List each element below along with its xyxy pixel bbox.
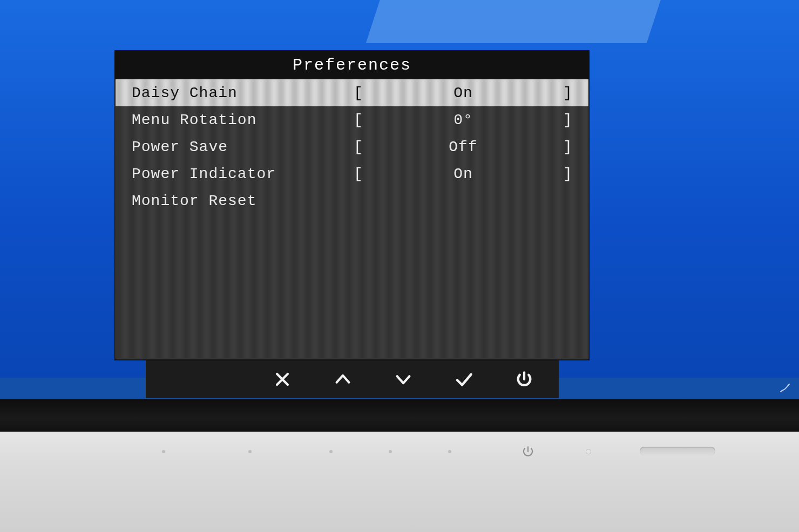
bracket-right-icon: ] xyxy=(557,139,579,155)
bezel-tick-mark xyxy=(389,450,392,453)
bracket-right-icon: ] xyxy=(557,85,579,101)
bracket-right-icon: ] xyxy=(557,166,579,182)
wallpaper-accent-shape xyxy=(366,0,692,43)
osd-row-label: Monitor Reset xyxy=(132,193,348,209)
bracket-right-icon: ] xyxy=(557,112,579,128)
hardware-led-indicator xyxy=(586,449,591,454)
svg-point-0 xyxy=(788,385,789,386)
osd-row-monitor-reset[interactable]: Monitor Reset xyxy=(116,187,588,214)
osd-up-button[interactable] xyxy=(330,366,356,392)
bracket-left-icon: [ xyxy=(348,112,369,128)
osd-row-power-save[interactable]: Power Save [ Off ] xyxy=(116,133,588,160)
osd-down-button[interactable] xyxy=(390,366,416,392)
osd-row-value: 0° xyxy=(369,112,557,128)
osd-row-daisy-chain[interactable]: Daisy Chain [ On ] xyxy=(116,79,588,106)
osd-menu-list: Daisy Chain [ On ] Menu Rotation [ 0° ] … xyxy=(116,79,588,214)
taskbar-tray-icon xyxy=(778,382,791,395)
bezel-tick-mark xyxy=(329,450,333,453)
osd-nav-bar xyxy=(146,360,559,398)
hardware-speaker-slot xyxy=(640,447,715,455)
osd-row-label: Menu Rotation xyxy=(132,112,348,128)
chevron-down-icon xyxy=(394,370,412,388)
bezel-tick-mark xyxy=(248,450,252,453)
bezel-tick-mark xyxy=(162,450,165,453)
osd-row-label: Power Indicator xyxy=(132,166,348,182)
osd-row-label: Power Save xyxy=(132,139,348,155)
monitor-stand xyxy=(0,432,799,532)
chevron-up-icon xyxy=(334,370,352,388)
osd-panel: Preferences Daisy Chain [ On ] Menu Rota… xyxy=(114,50,590,360)
osd-close-button[interactable] xyxy=(269,366,295,392)
osd-row-value: Off xyxy=(369,139,557,155)
osd-row-value: On xyxy=(369,85,557,101)
monitor-bezel xyxy=(0,399,799,432)
osd-row-menu-rotation[interactable]: Menu Rotation [ 0° ] xyxy=(116,106,588,133)
bracket-left-icon: [ xyxy=(348,166,369,182)
close-icon xyxy=(273,370,292,388)
bracket-left-icon: [ xyxy=(348,85,369,101)
osd-power-button[interactable] xyxy=(511,366,537,392)
bezel-tick-mark xyxy=(448,450,451,453)
osd-title: Preferences xyxy=(116,51,588,79)
power-icon xyxy=(515,370,533,388)
hardware-power-icon xyxy=(521,445,535,459)
bracket-left-icon: [ xyxy=(348,139,369,155)
check-icon xyxy=(454,370,473,389)
osd-row-value: On xyxy=(369,166,557,182)
osd-confirm-button[interactable] xyxy=(451,366,477,392)
osd-row-label: Daisy Chain xyxy=(132,85,348,101)
osd-row-power-indicator[interactable]: Power Indicator [ On ] xyxy=(116,160,588,187)
